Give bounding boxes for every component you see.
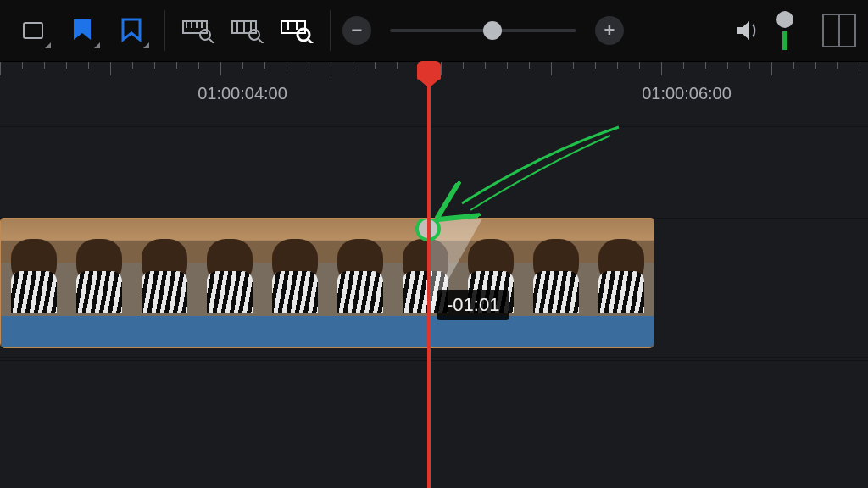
- svg-line-7: [209, 39, 214, 43]
- app-menu-button[interactable]: [12, 9, 54, 52]
- menu-icon: [20, 18, 46, 43]
- volume-level-icon: [782, 31, 787, 50]
- dropdown-indicator-icon: [45, 42, 51, 48]
- bookmark-fill-icon: [71, 18, 93, 43]
- track-separator: [0, 126, 868, 127]
- clip-thumbnail: [66, 219, 131, 316]
- zoom-detail-button[interactable]: [226, 9, 269, 52]
- mute-toggle-button[interactable]: [727, 9, 770, 52]
- zoom-slider[interactable]: [390, 29, 576, 32]
- zoom-slider-thumb[interactable]: [483, 21, 502, 40]
- svg-point-17: [298, 29, 309, 41]
- dropdown-indicator-icon: [94, 42, 100, 48]
- clip-thumbnail: [197, 219, 262, 316]
- ruler-zoom-detail-icon: [231, 18, 264, 43]
- toolbar-divider: [330, 10, 331, 51]
- ruler-timecode-label: 01:00:04:00: [198, 84, 287, 103]
- video-clip[interactable]: -01:01: [0, 218, 654, 348]
- zoom-custom-button[interactable]: [275, 9, 318, 52]
- svg-point-12: [249, 30, 259, 40]
- svg-line-13: [259, 39, 264, 43]
- svg-line-18: [309, 40, 314, 43]
- playhead[interactable]: [427, 61, 431, 488]
- plus-icon: +: [604, 19, 615, 42]
- clip-thumbnail: [588, 219, 654, 316]
- panel-layout-toggle[interactable]: [822, 14, 856, 47]
- trim-offset-value: -01:01: [447, 294, 499, 315]
- add-marker-button[interactable]: [61, 9, 103, 52]
- track-separator: [0, 360, 868, 361]
- trim-offset-tooltip: -01:01: [437, 290, 509, 320]
- ruler-zoom-icon: [181, 18, 215, 43]
- zoom-in-button[interactable]: +: [595, 16, 624, 45]
- zoom-out-button[interactable]: −: [342, 16, 371, 45]
- track-separator: [0, 357, 868, 358]
- ruler-zoom-custom-icon: [280, 18, 314, 43]
- volume-indicator[interactable]: [776, 11, 793, 50]
- bookmark-outline-icon: [120, 18, 142, 43]
- ruler-timecode-label: 01:00:06:00: [642, 84, 732, 103]
- timeline-tracks[interactable]: -01:01: [0, 126, 868, 488]
- zoom-fit-button[interactable]: [177, 9, 220, 52]
- clip-audio-strip[interactable]: [1, 316, 654, 347]
- svg-point-6: [200, 30, 210, 40]
- marker-nav-button[interactable]: [110, 9, 153, 52]
- clip-thumbnail-strip: [1, 219, 654, 316]
- dropdown-indicator-icon: [143, 42, 149, 48]
- clip-thumbnail: [262, 219, 327, 316]
- volume-knob-icon: [776, 11, 793, 28]
- toolbar-divider: [164, 10, 165, 51]
- clip-thumbnail: [131, 219, 197, 316]
- clip-thumbnail: [523, 219, 588, 316]
- clip-thumbnail: [327, 219, 392, 316]
- svg-rect-0: [24, 23, 42, 38]
- speaker-icon: [734, 18, 763, 43]
- svg-rect-14: [281, 21, 305, 33]
- clip-thumbnail: [1, 219, 66, 316]
- timeline-toolbar: − +: [0, 0, 868, 61]
- minus-icon: −: [352, 19, 363, 42]
